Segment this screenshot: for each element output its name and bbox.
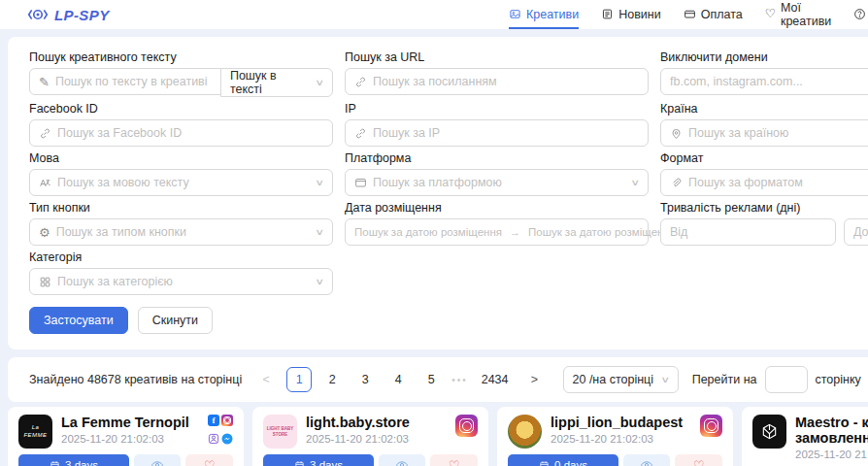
field-url: Пошук за URL: [345, 50, 649, 97]
language-select[interactable]: ∨: [29, 169, 333, 196]
network-icons: f: [208, 415, 233, 449]
pencil-icon: ✎: [39, 76, 50, 88]
location-pin-icon: [670, 127, 683, 140]
page-size-value: 20 /на сторінці: [573, 373, 654, 386]
creative-card[interactable]: LIGHT BABY STORE light.baby.store 2025-1…: [252, 407, 488, 466]
field-language: Мова ∨: [29, 151, 333, 196]
avatar: La FEMME: [18, 415, 52, 449]
app-logo[interactable]: LP-SPY: [27, 7, 110, 23]
card-title: light.baby.store: [306, 415, 447, 430]
days-badge-button[interactable]: 0 days: [508, 454, 618, 466]
days-badge-button[interactable]: 3 days: [263, 454, 374, 466]
text-search-mode-select[interactable]: Пошук в тексті ∨: [220, 68, 333, 97]
ip-input-wrap: [345, 119, 649, 147]
page-button-2[interactable]: 2: [319, 367, 345, 392]
next-page-button[interactable]: >: [522, 367, 548, 392]
goto-page: Перейти на сторінку: [692, 366, 861, 393]
avatar: LIGHT BABY STORE: [263, 415, 297, 449]
duration-to-input[interactable]: [853, 225, 868, 239]
chevron-down-icon: ∨: [316, 277, 325, 286]
nav-item-payment[interactable]: Оплата: [684, 0, 743, 29]
language-input[interactable]: [57, 176, 311, 189]
image-icon: [509, 8, 521, 20]
reset-button[interactable]: Скинути: [138, 307, 213, 334]
creative-card[interactable]: lippi_lion_budapest 2025-11-20 21:02:03 …: [497, 407, 733, 466]
button-type-select[interactable]: ⚙ ∨: [29, 218, 333, 246]
goto-page-input[interactable]: [765, 366, 808, 393]
creative-card[interactable]: Maestro - кухні, ме замовлення в Ужг 202…: [742, 407, 868, 466]
creative-card[interactable]: La FEMME La Femme Ternopil 2025-11-20 21…: [8, 407, 244, 466]
chevron-down-icon: ∨: [660, 375, 670, 384]
page-button-4[interactable]: 4: [385, 367, 411, 392]
view-button[interactable]: [623, 454, 671, 466]
page-button-1[interactable]: 1: [286, 367, 312, 392]
nav-item-my-creatives[interactable]: ♡ Мої креативи: [765, 0, 832, 29]
translate-icon: [39, 177, 51, 189]
field-label: Пошук креативного тексту: [29, 50, 333, 64]
platform-input[interactable]: [373, 176, 626, 189]
duration-from-input[interactable]: [670, 225, 826, 239]
url-input-wrap: [345, 68, 649, 95]
exclude-domains-input[interactable]: [670, 75, 868, 88]
format-input[interactable]: [688, 176, 868, 189]
field-label: Facebook ID: [29, 102, 333, 116]
instagram-icon: [221, 415, 233, 426]
field-label: Пошук за URL: [345, 50, 649, 64]
last-page-button[interactable]: 2434: [476, 367, 515, 392]
paperclip-icon: [670, 177, 683, 189]
platform-select[interactable]: ∨: [345, 169, 649, 196]
field-label: Тип кнопки: [29, 201, 333, 215]
heart-icon: ♡: [449, 458, 460, 466]
ellipsis[interactable]: •••: [451, 375, 468, 385]
field-country: Країна: [660, 102, 868, 147]
mode-label: Пошук в тексті: [230, 69, 311, 96]
favorite-button[interactable]: ♡: [430, 454, 478, 466]
field-label: Формат: [660, 151, 868, 165]
favorite-button[interactable]: ♡: [185, 454, 233, 466]
chevron-down-icon: ∨: [316, 78, 325, 87]
button-type-input[interactable]: [56, 225, 312, 239]
facebook-id-input[interactable]: [57, 126, 323, 140]
page-button-3[interactable]: 3: [352, 367, 378, 392]
category-input[interactable]: [57, 275, 311, 288]
card-date: 2025-11-20 21:02:03: [551, 433, 691, 445]
creative-text-input[interactable]: [55, 75, 212, 88]
link-icon: [354, 76, 367, 88]
placement-date-range-picker[interactable]: Пошук за датою розміщення → Пошук за дат…: [345, 218, 649, 246]
duration-from-wrap: [660, 218, 836, 246]
days-badge-button[interactable]: 3 days: [18, 454, 129, 466]
card-date: 2025-11-20 21:02:03: [61, 433, 199, 445]
date-to-placeholder[interactable]: Пошук за датою розміщення: [528, 226, 676, 238]
nav-item-creatives[interactable]: Креативи: [509, 0, 579, 29]
field-platform: Платформа ∨: [345, 151, 649, 196]
calendar-icon: [294, 460, 305, 466]
country-input[interactable]: [688, 126, 868, 140]
prev-page-button[interactable]: <: [253, 367, 279, 392]
view-button[interactable]: [134, 454, 182, 466]
url-input[interactable]: [373, 75, 639, 88]
results-summary: Знайдено 48678 креативів на сторінці: [29, 373, 242, 386]
eye-icon: [395, 458, 409, 466]
format-input-wrap: [660, 169, 868, 196]
creative-text-input-wrap: ✎: [29, 68, 221, 95]
nav-item-news[interactable]: Новини: [601, 0, 661, 29]
field-duration: Тривалість реклами (дні): [660, 201, 868, 246]
page-size-select[interactable]: 20 /на сторінці ∨: [563, 366, 679, 393]
favorite-button[interactable]: ♡: [675, 454, 722, 466]
view-button[interactable]: [379, 454, 426, 466]
logo-text: LP-SPY: [54, 7, 110, 23]
nav-item-faq[interactable]: FAQ: [853, 0, 868, 29]
chevron-down-icon: ∨: [316, 178, 325, 187]
ip-input[interactable]: [373, 126, 639, 140]
field-exclude-domains: Виключити домени: [660, 50, 868, 97]
category-select[interactable]: ∨: [29, 268, 333, 295]
page-button-5[interactable]: 5: [418, 367, 444, 392]
field-label: Платформа: [345, 151, 649, 165]
platform-icon: [354, 177, 367, 189]
nav-label: Оплата: [701, 8, 743, 21]
nav-label: Мої креативи: [781, 1, 831, 28]
grid-icon: [39, 276, 51, 288]
date-from-placeholder[interactable]: Пошук за датою розміщення: [354, 226, 502, 238]
calendar-icon: [50, 460, 60, 466]
apply-button[interactable]: Застосувати: [29, 307, 128, 334]
